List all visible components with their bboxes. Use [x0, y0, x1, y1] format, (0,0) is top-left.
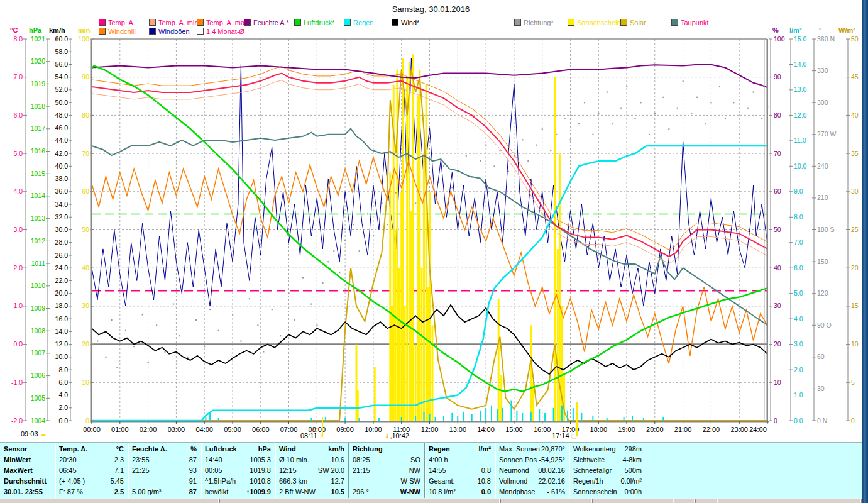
axis-tick-label: 6.0 — [58, 379, 68, 386]
stat-row: Sonnen Pos-54,925° — [495, 455, 569, 465]
x-axis-label: 01:00 — [111, 426, 129, 433]
status-segment — [696, 499, 718, 503]
stat-label: 21:25 — [132, 465, 150, 476]
axis-tick-label: 44.0 — [55, 136, 69, 144]
axis-tick-label: 50 — [851, 35, 859, 43]
stat-row: 91 — [128, 476, 201, 487]
axis-tick-label: 30.0 — [55, 226, 69, 233]
axis-tick-label: 3.0 — [13, 226, 23, 233]
axis-tick-label: 8.0 — [58, 366, 68, 373]
axis-tick-label: 7.0 — [13, 73, 23, 80]
stat-row: Max. Sonnen20,870° — [495, 444, 569, 455]
stat-label: Wind — [279, 444, 296, 455]
stat-row: Sonnenschein0:00h — [569, 487, 646, 497]
x-axis-label: 03:00 — [168, 426, 185, 433]
stat-row: (+ 4.05 )5.45 — [55, 476, 128, 487]
stat-row: 23:5587 — [128, 455, 201, 465]
axis-tick-label: 1015 — [31, 170, 46, 177]
axis-tick-label: 1008 — [31, 327, 46, 334]
stat-label: 20:30 — [59, 455, 77, 465]
stat-label: 2 Bft W-NW — [279, 487, 316, 497]
stat-value: 20,870° — [541, 444, 565, 455]
axis-tick-label: -1.0 — [11, 379, 23, 386]
stat-row: Gesamt:10.8 — [425, 476, 495, 487]
stat-value: hPa — [258, 444, 271, 455]
axis-tick-label: 240 — [817, 162, 828, 170]
axis-tick-label: 60 — [817, 353, 825, 360]
stat-label: 23:55 — [132, 455, 150, 465]
x-axis-label: 04:00 — [195, 426, 213, 433]
stats-column: Wolkenunterg298mSichtweite4-8kmSchneefal… — [569, 443, 646, 499]
axis-tick-label: 25 — [851, 226, 859, 233]
stat-row: Temp. A.°C — [55, 444, 128, 455]
stat-value: 4-8km — [622, 455, 642, 465]
axis-tick-label: 14.0 — [55, 328, 69, 335]
axis-tick-label: 26.0 — [55, 252, 69, 259]
weather-chart-page: Samstag, 30.01.2016 Temp. A.Temp. A. min… — [0, 0, 868, 503]
stat-label: Mondphase — [499, 487, 536, 497]
stats-column: LuftdruckhPa14:401005.300:051019.8^1.5hP… — [201, 443, 275, 499]
axis-tick-label: 360 N — [817, 35, 835, 43]
stat-value: 08.02.16 — [538, 465, 565, 476]
stat-row: Wolkenunterg298m — [569, 444, 646, 455]
axis-tick-label: -2.0 — [11, 417, 23, 424]
axis-tick-label: 6.0 — [794, 264, 803, 272]
axis-tick-label: 1.0 — [794, 391, 803, 399]
axis-tick-label: 45 — [851, 73, 859, 80]
stat-label: 4:00 h — [429, 455, 448, 465]
stat-value: SO — [410, 455, 420, 465]
axis-tick-label: 50 — [82, 226, 89, 233]
stat-value: 0.0l/m² — [620, 476, 642, 487]
axis-tick-label: 1018 — [31, 102, 46, 110]
stat-label: Richtung — [353, 444, 383, 455]
stat-label: 666.3 km — [279, 476, 307, 487]
annotation-sun-max: ⇓,10:42 — [385, 432, 409, 439]
stat-label: Luftdruck — [205, 444, 237, 455]
axis-tick-label: 1010 — [31, 282, 46, 289]
stat-label: Sonnenschein — [573, 487, 617, 497]
status-segment — [501, 499, 593, 503]
status-bar — [0, 498, 862, 503]
axis-tick-label: 5 — [851, 379, 855, 386]
status-segment — [718, 499, 862, 503]
axis-tick-label: 40 — [774, 264, 781, 272]
axis-tick-label: 4.0 — [58, 391, 68, 399]
stat-row: MinWert — [0, 455, 55, 465]
stat-label: Ø 10 min. — [279, 455, 309, 465]
stat-value: - 61% — [547, 487, 565, 497]
axis-tick-label: 52.0 — [55, 86, 69, 93]
axis-tick-label: 330 — [817, 67, 828, 74]
axis-tick-label: 20.0 — [55, 289, 69, 297]
window-border — [862, 0, 868, 503]
axis-tick-label: 4.0 — [13, 187, 23, 195]
x-axis-label: 24:00 — [749, 426, 767, 433]
stat-row: Richtung — [349, 444, 424, 455]
axis-tick-label: 30 — [82, 302, 89, 309]
stat-row: 00:051019.8 — [201, 465, 275, 476]
axis-tick-label: 100 — [774, 35, 785, 43]
stat-label: 08:25 — [353, 455, 370, 465]
stat-label: bewölkt — [205, 487, 228, 497]
axis-tick-label: 56.0 — [55, 60, 69, 68]
axis-tick-label: 1004 — [31, 417, 46, 424]
status-segment — [0, 499, 220, 503]
axis-tick-label: 9.0 — [794, 187, 803, 195]
stat-value: 2.5 — [114, 487, 124, 497]
axis-tick-label: 36.0 — [55, 187, 69, 195]
axis-tick-label: 38.0 — [55, 175, 69, 182]
stat-value: 1019.8 — [250, 465, 271, 476]
x-axis-label: 00:00 — [83, 426, 101, 433]
annotation-sunrise: 08:11 ☀ — [300, 432, 325, 439]
series-feuchte — [92, 65, 767, 87]
stat-label: 21:15 — [353, 465, 370, 476]
stat-row: 666.3 km12.7 — [275, 476, 348, 487]
stat-row: 08:25SO — [349, 455, 424, 465]
axis-tick-label: 4.0 — [794, 315, 803, 323]
stat-label: 00:05 — [205, 465, 222, 476]
sun-icon: ☀ — [319, 433, 325, 439]
stat-row: 12:15SW 20.0 — [275, 465, 348, 476]
stat-label: Gesamt: — [429, 476, 455, 487]
axis-tick-label: 10 — [851, 340, 859, 348]
weather-chart-svg: 8.07.06.05.04.03.02.01.00.0-1.0-2.010211… — [0, 0, 868, 503]
stats-column: Regenl/m²4:00 h14:550.8Gesamt:10.810.8 l… — [424, 443, 495, 499]
